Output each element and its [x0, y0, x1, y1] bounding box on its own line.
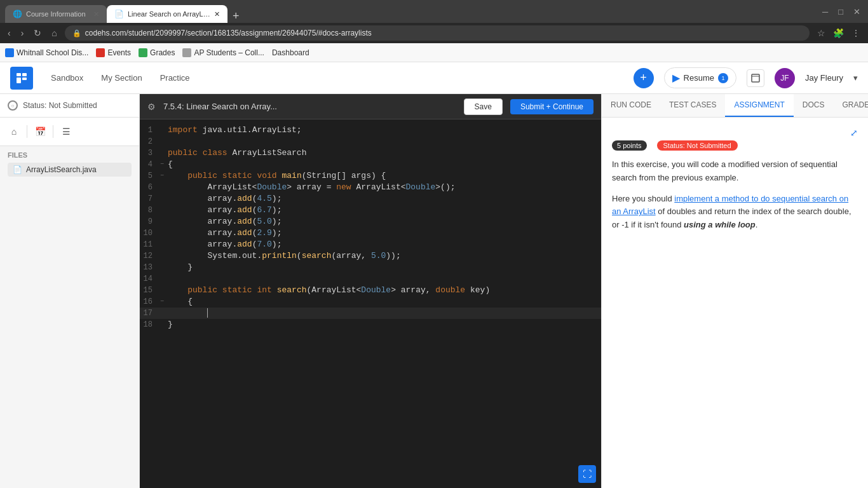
bookmark-label-events: Events [107, 48, 131, 57]
panel-content: ⤢ 5 points Status: Not Submitted In this… [602, 118, 868, 488]
new-tab-button[interactable]: + [227, 10, 245, 23]
tab-docs[interactable]: DOCS [794, 94, 834, 117]
assignment-title: 7.5.4: Linear Search on Array... [163, 102, 456, 111]
user-avatar[interactable]: JF [775, 68, 795, 88]
tab-close-2[interactable]: ✕ [214, 10, 220, 18]
code-line-15: 15 public static int search(ArrayList<Do… [140, 285, 601, 296]
nav-my-section[interactable]: My Section [93, 69, 149, 86]
editor-header: ⚙ 7.5.4: Linear Search on Array... Save … [140, 94, 601, 119]
browser-minimize[interactable]: ─ [820, 4, 831, 19]
resume-badge: 1 [718, 73, 728, 83]
code-line-18: 18 } [140, 319, 601, 330]
sidebar-list-icon[interactable]: ☰ [57, 123, 75, 140]
code-line-9: 9 array.add(5.0); [140, 216, 601, 227]
bookmark-icon-whitnall [5, 48, 14, 57]
expand-icon[interactable]: ⤢ [850, 128, 858, 138]
add-button[interactable]: + [634, 68, 654, 88]
code-line-6: 6 ArrayList<Double> array = new ArrayLis… [140, 182, 601, 193]
tab-assignment[interactable]: ASSIGNMENT [725, 94, 793, 117]
code-line-12: 12 System.out.println(search(array, 5.0)… [140, 250, 601, 262]
bookmark-events[interactable]: Events [96, 48, 131, 57]
code-line-4: 4 − { [140, 159, 601, 170]
tab-icon-2: 📄 [114, 10, 124, 18]
browser-close[interactable]: ✕ [851, 4, 863, 19]
sidebar-home-icon[interactable]: ⌂ [5, 123, 23, 140]
code-line-7: 7 array.add(4.5); [140, 193, 601, 205]
left-sidebar: ○ Status: Not Submitted ⌂ 📅 ☰ FILES 📄 Ar… [0, 94, 140, 488]
assignment-paragraph-1: In this exercise, you will code a modifi… [612, 158, 858, 185]
bookmark-whitnall[interactable]: Whitnall School Dis... [5, 48, 88, 57]
svg-rect-0 [17, 73, 21, 76]
sidebar-icon-row: ⌂ 📅 ☰ [0, 118, 139, 146]
tab-close-1[interactable]: ✕ [93, 10, 99, 18]
bookmark-icon-events [96, 48, 105, 57]
tab-grade[interactable]: GRADE [834, 94, 869, 117]
status-badge: Status: Not Submitted [657, 140, 738, 151]
save-button[interactable]: Save [464, 98, 503, 115]
bookmark-label-dashboard: Dashboard [272, 48, 309, 57]
app-header: Sandbox My Section Practice + ▶ Resume 1… [0, 62, 868, 94]
code-line-2: 2 [140, 136, 601, 147]
tab-icon-1: 🌐 [13, 10, 22, 18]
file-icon: 📄 [13, 165, 22, 174]
svg-rect-4 [752, 74, 759, 82]
bookmark-grades[interactable]: Grades [139, 48, 175, 57]
resume-label: Resume [684, 73, 714, 83]
gear-icon[interactable]: ⚙ [147, 102, 156, 112]
svg-rect-2 [17, 78, 21, 83]
nav-sandbox[interactable]: Sandbox [43, 69, 91, 86]
code-line-5: 5 − public static void main(String[] arg… [140, 170, 601, 182]
user-dropdown-icon[interactable]: ▾ [853, 73, 858, 83]
sidebar-calendar-icon[interactable]: 📅 [31, 123, 49, 140]
submit-button[interactable]: Submit + Continue [510, 99, 593, 114]
bookmark-icon-ap [182, 48, 191, 57]
files-label: FILES [8, 151, 132, 159]
reload-button[interactable]: ↻ [31, 27, 44, 39]
extensions-icon[interactable]: 🧩 [831, 27, 846, 39]
code-line-16: 16 − { [140, 296, 601, 308]
user-name: Jay Fleury [805, 73, 843, 83]
url-bar[interactable]: 🔒 codehs.com/student/2099997/section/168… [65, 25, 810, 41]
bookmark-label-whitnall: Whitnall School Dis... [17, 48, 88, 57]
status-icon: ○ [8, 100, 18, 111]
main-layout: ○ Status: Not Submitted ⌂ 📅 ☰ FILES 📄 Ar… [0, 94, 868, 488]
tab-course-information[interactable]: 🌐 Course Information ✕ [5, 5, 107, 23]
address-bar: ‹ › ↻ ⌂ 🔒 codehs.com/student/2099997/sec… [0, 23, 868, 43]
bookmark-dashboard[interactable]: Dashboard [272, 48, 309, 57]
browser-restore[interactable]: □ [836, 4, 846, 19]
tab-linear-search[interactable]: 📄 Linear Search on ArrayList with... ✕ [107, 5, 227, 23]
browser-tabs: 🌐 Course Information ✕ 📄 Linear Search o… [5, 0, 245, 23]
panel-tabs: RUN CODE TEST CASES ASSIGNMENT DOCS GRAD… [602, 94, 868, 118]
browser-actions: ☆ 🧩 ⋮ [815, 27, 863, 39]
window-button[interactable] [747, 69, 764, 87]
forward-button[interactable]: › [18, 27, 27, 39]
code-line-3: 3 public class ArrayListSearch [140, 147, 601, 159]
bookmark-label-grades: Grades [150, 48, 175, 57]
more-options-icon[interactable]: ⋮ [849, 27, 863, 39]
resume-button[interactable]: ▶ Resume 1 [664, 67, 736, 88]
code-editor[interactable]: 1 import java.util.ArrayList; 2 3 public… [140, 119, 601, 488]
right-panel: RUN CODE TEST CASES ASSIGNMENT DOCS GRAD… [601, 94, 868, 488]
code-line-14: 14 [140, 273, 601, 285]
code-line-10: 10 array.add(2.9); [140, 227, 601, 239]
file-name: ArrayListSearch.java [26, 165, 97, 174]
file-item[interactable]: 📄 ArrayListSearch.java [8, 163, 132, 177]
tab-label-2: Linear Search on ArrayList with... [128, 10, 210, 18]
code-line-8: 8 array.add(6.7); [140, 205, 601, 216]
fullscreen-button[interactable]: ⛶ [578, 465, 596, 483]
files-section: FILES 📄 ArrayListSearch.java [0, 146, 139, 182]
status-bar: ○ Status: Not Submitted [0, 94, 139, 118]
bookmark-star[interactable]: ☆ [815, 27, 828, 39]
url-text: codehs.com/student/2099997/section/16813… [85, 29, 372, 37]
browser-chrome: 🌐 Course Information ✕ 📄 Linear Search o… [0, 0, 868, 23]
bookmark-ap-students[interactable]: AP Students – Coll... [182, 48, 264, 57]
tab-test-cases[interactable]: TEST CASES [660, 94, 725, 117]
code-line-17: 17 [140, 308, 601, 319]
bookmarks-bar: Whitnall School Dis... Events Grades AP … [0, 43, 868, 62]
back-button[interactable]: ‹ [5, 27, 13, 39]
editor-area: ⚙ 7.5.4: Linear Search on Array... Save … [140, 94, 601, 488]
home-button[interactable]: ⌂ [49, 27, 59, 39]
sidebar-divider-2 [53, 125, 53, 138]
tab-run-code[interactable]: RUN CODE [602, 94, 660, 117]
nav-practice[interactable]: Practice [153, 69, 198, 86]
